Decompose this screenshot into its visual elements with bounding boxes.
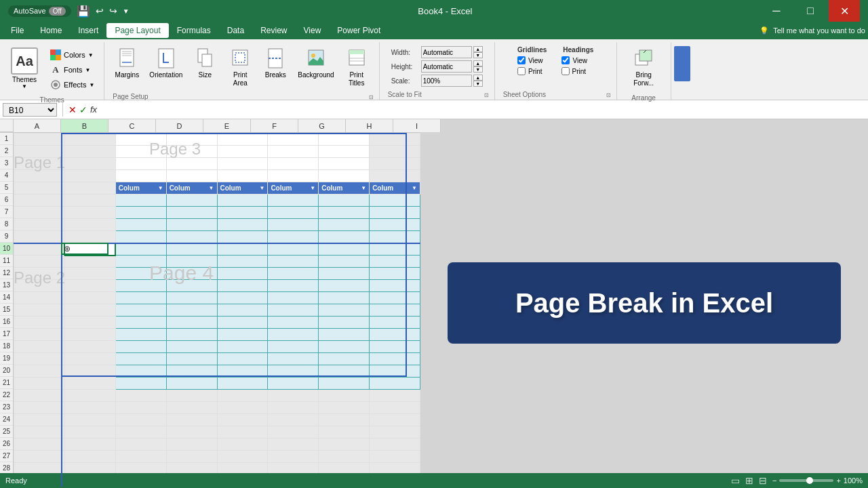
formula-input[interactable] (100, 104, 865, 116)
page-break-view-button[interactable]: ⊟ (759, 475, 767, 486)
col-header-f[interactable]: F (251, 119, 298, 132)
quick-access-more[interactable]: ▼ (123, 7, 130, 15)
autosave-toggle[interactable]: AutoSave Off (8, 5, 71, 17)
row-header-22[interactable]: 22 (0, 389, 13, 401)
cell-c2[interactable] (115, 146, 166, 158)
effects-button[interactable]: Effects ▼ (46, 78, 98, 92)
cell-b2[interactable] (64, 146, 115, 158)
cell-e4[interactable] (217, 170, 268, 182)
cell-g2[interactable] (319, 146, 370, 158)
row-header-26[interactable]: 26 (0, 438, 13, 450)
cell-a5[interactable] (14, 182, 65, 195)
page-layout-view-button[interactable]: ⊞ (745, 475, 753, 486)
col-header-c[interactable]: C (108, 119, 156, 132)
row-header-23[interactable]: 23 (0, 401, 13, 413)
help-text[interactable]: Tell me what you want to do (773, 26, 865, 35)
breaks-button[interactable]: Breaks (258, 45, 292, 82)
row-header-2[interactable]: 2 (0, 145, 13, 157)
themes-button[interactable]: Aa Themes ▼ (5, 45, 43, 92)
cell-c1[interactable] (115, 134, 166, 146)
width-value[interactable]: Automatic (421, 46, 472, 58)
row-header-6[interactable]: 6 (0, 194, 13, 206)
page-setup-expand[interactable]: ⊡ (369, 94, 374, 100)
height-down[interactable]: ▼ (473, 66, 483, 73)
menu-home[interactable]: Home (32, 23, 70, 38)
cancel-formula-icon[interactable]: ✕ (68, 104, 77, 115)
cell-e5[interactable]: Colum▼ (217, 182, 268, 195)
row-header-4[interactable]: 4 (0, 169, 13, 182)
cell-b10[interactable] (64, 243, 115, 256)
row-header-24[interactable]: 24 (0, 413, 13, 426)
row-header-25[interactable]: 25 (0, 426, 13, 438)
cell-f5[interactable]: Colum▼ (268, 182, 319, 195)
cell-e3[interactable] (217, 158, 268, 170)
row-header-21[interactable]: 21 (0, 377, 13, 389)
col-header-i[interactable]: I (393, 119, 441, 132)
row-header-17[interactable]: 17 (0, 328, 13, 340)
cell-d1[interactable] (166, 134, 217, 146)
menu-power-pivot[interactable]: Power Pivot (329, 23, 389, 38)
save-icon[interactable]: 💾 (77, 5, 90, 18)
row-header-10[interactable]: 10 (0, 243, 13, 255)
zoom-in-button[interactable]: + (836, 476, 840, 485)
row-header-3[interactable]: 3 (0, 157, 13, 169)
close-button[interactable]: ✕ (829, 0, 860, 22)
cell-c4[interactable] (115, 170, 166, 182)
cell-b3[interactable] (64, 158, 115, 170)
cell-h5[interactable]: Colum▼ (370, 182, 420, 195)
cell-c3[interactable] (115, 158, 166, 170)
minimize-button[interactable]: ─ (761, 0, 792, 22)
row-header-9[interactable]: 9 (0, 230, 13, 243)
menu-formulas[interactable]: Formulas (169, 23, 219, 38)
print-area-button[interactable]: PrintArea (223, 45, 257, 90)
normal-view-button[interactable]: ▭ (731, 475, 740, 486)
cell-g3[interactable] (319, 158, 370, 170)
cell-h1[interactable] (370, 134, 420, 146)
menu-view[interactable]: View (296, 23, 330, 38)
cell-f1[interactable] (268, 134, 319, 146)
cell-b5[interactable] (64, 182, 115, 195)
cell-g5[interactable]: Colum▼ (319, 182, 370, 195)
size-button[interactable]: Size (188, 45, 222, 82)
col-header-e[interactable]: E (203, 119, 251, 132)
redo-icon[interactable]: ↪ (109, 5, 117, 16)
cell-d5[interactable]: Colum▼ (166, 182, 217, 195)
headings-print-checkbox[interactable] (561, 67, 570, 75)
fonts-button[interactable]: A Fonts ▼ (46, 63, 98, 77)
col-header-a[interactable]: A (14, 119, 61, 132)
row-header-27[interactable]: 27 (0, 450, 13, 462)
cell-e1[interactable] (217, 134, 268, 146)
row-header-16[interactable]: 16 (0, 316, 13, 328)
cell-g4[interactable] (319, 170, 370, 182)
scale-up[interactable]: ▲ (473, 75, 483, 81)
row-header-18[interactable]: 18 (0, 340, 13, 352)
menu-data[interactable]: Data (219, 23, 252, 38)
cell-a3[interactable] (14, 158, 65, 170)
headings-view-checkbox[interactable] (561, 56, 570, 64)
cell-c5[interactable]: Colum▼ (115, 182, 166, 195)
zoom-out-button[interactable]: − (772, 476, 776, 485)
col-header-b[interactable]: B (61, 119, 108, 132)
bring-forward-button[interactable]: BringForw... (627, 45, 660, 90)
cell-a2[interactable] (14, 146, 65, 158)
row-header-1[interactable]: 1 (0, 133, 13, 145)
row-header-12[interactable]: 12 (0, 267, 13, 279)
row-header-5[interactable]: 5 (0, 182, 13, 194)
cell-f4[interactable] (268, 170, 319, 182)
width-down[interactable]: ▼ (473, 52, 483, 58)
height-up[interactable]: ▲ (473, 60, 483, 66)
menu-insert[interactable]: Insert (70, 23, 106, 38)
confirm-formula-icon[interactable]: ✓ (79, 104, 87, 115)
cell-a4[interactable] (14, 170, 65, 182)
row-header-15[interactable]: 15 (0, 304, 13, 316)
width-up[interactable]: ▲ (473, 46, 483, 52)
menu-review[interactable]: Review (252, 23, 295, 38)
select-all-button[interactable] (0, 119, 14, 132)
sheet-options-expand[interactable]: ⊡ (606, 92, 611, 98)
undo-icon[interactable]: ↩ (96, 5, 104, 16)
col-header-d[interactable]: D (156, 119, 203, 132)
cell-d4[interactable] (166, 170, 217, 182)
row-header-14[interactable]: 14 (0, 291, 13, 304)
row-header-8[interactable]: 8 (0, 218, 13, 230)
cell-a1[interactable] (14, 134, 65, 146)
